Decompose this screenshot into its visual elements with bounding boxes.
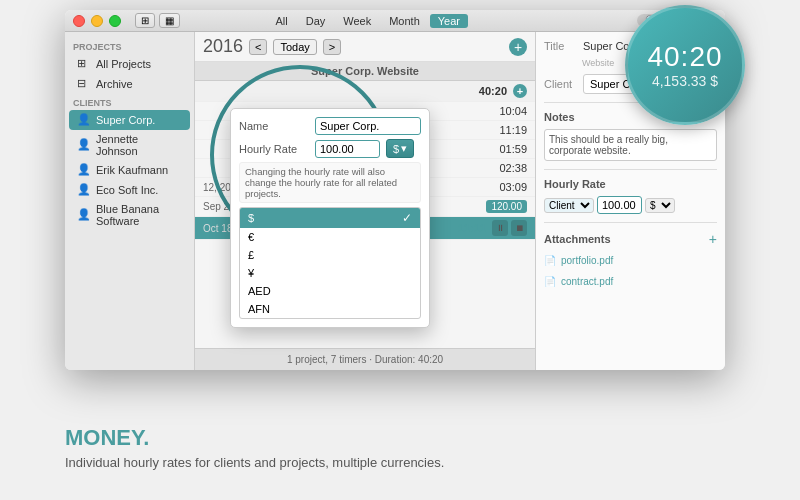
currency-item[interactable]: $ ✓ [240, 208, 420, 228]
divider [544, 222, 717, 223]
sidebar-item-all-projects[interactable]: ⊞ All Projects [69, 54, 190, 74]
user-icon: 👤 [77, 183, 91, 197]
sidebar-item-blue-banana[interactable]: 👤 Blue Banana Software [69, 200, 190, 230]
popup-info-text: Changing the hourly rate will also chang… [239, 162, 421, 203]
clock-overlay: 40:20 4,153.33 $ [625, 5, 745, 125]
currency-item[interactable]: ¥ [240, 264, 420, 282]
timer-time: 03:09 [492, 181, 527, 193]
popup-name-input[interactable] [315, 117, 421, 135]
stop-button[interactable]: ⏹ [511, 220, 527, 236]
selected-currency: $ [393, 143, 399, 155]
chevron-down-icon: ▾ [401, 142, 407, 155]
hourly-rate-row: Client $ [544, 196, 717, 214]
sidebar-item-label: Eco Soft Inc. [96, 184, 158, 196]
timer-time: 02:38 [492, 162, 527, 174]
pause-button[interactable]: ⏸ [492, 220, 508, 236]
currency-symbol: $ [248, 212, 254, 224]
money-heading: MONEY. [65, 425, 444, 451]
attachment-filename: contract.pdf [561, 276, 613, 287]
user-icon: 👤 [77, 138, 91, 152]
currency-item[interactable]: £ [240, 246, 420, 264]
timer-time: 01:59 [492, 143, 527, 155]
popup-rate-input[interactable] [315, 140, 380, 158]
sidebar: PROJECTS ⊞ All Projects ⊟ Archive CLIENT… [65, 32, 195, 370]
sidebar-item-label: All Projects [96, 58, 151, 70]
popup-currency-button[interactable]: $ ▾ [386, 139, 414, 158]
rate-value-input[interactable] [597, 196, 642, 214]
attachment-filename: portfolio.pdf [561, 255, 613, 266]
currency-item[interactable]: € [240, 228, 420, 246]
tab-month[interactable]: Month [381, 14, 428, 28]
toolbar-icons: ⊞ ▦ [135, 13, 180, 28]
amount-badge: 120.00 [486, 200, 527, 213]
sidebar-item-archive[interactable]: ⊟ Archive [69, 74, 190, 94]
close-button[interactable] [73, 15, 85, 27]
next-year-button[interactable]: > [323, 39, 341, 55]
minimize-button[interactable] [91, 15, 103, 27]
sidebar-toggle-button[interactable]: ▦ [159, 13, 180, 28]
currency-item[interactable]: AFN [240, 300, 420, 318]
timer-time: 10:04 [492, 105, 527, 117]
attachment-item[interactable]: 📄 contract.pdf [544, 274, 717, 289]
grid-icon-button[interactable]: ⊞ [135, 13, 155, 28]
currency-symbol: £ [248, 249, 254, 261]
bottom-section: MONEY. Individual hourly rates for clien… [65, 425, 444, 470]
timer-time: 11:11 [451, 222, 486, 234]
status-bar: 1 project, 7 timers · Duration: 40:20 [195, 348, 535, 370]
attachments-title: Attachments [544, 233, 611, 245]
popup-name-label: Name [239, 120, 309, 132]
project-title-bar: Super Corp. Website [195, 62, 535, 81]
year-header: 2016 < Today > + [195, 32, 535, 62]
title-field-label: Title [544, 40, 579, 52]
sidebar-item-label: Erik Kaufmann [96, 164, 168, 176]
tab-week[interactable]: Week [335, 14, 379, 28]
today-button[interactable]: Today [273, 39, 316, 55]
attachments-header: Attachments + [544, 231, 717, 247]
tab-all[interactable]: All [267, 14, 295, 28]
currency-symbol: ¥ [248, 267, 254, 279]
user-icon: 👤 [77, 113, 91, 127]
sidebar-item-jennette[interactable]: 👤 Jennette Johnson [69, 130, 190, 160]
tab-day[interactable]: Day [298, 14, 334, 28]
timer-actions: ⏸ ⏹ [492, 220, 527, 236]
sidebar-item-erik[interactable]: 👤 Erik Kaufmann [69, 160, 190, 180]
checkmark-icon: ✓ [402, 211, 412, 225]
currency-symbol: AFN [248, 303, 270, 315]
currency-symbol: € [248, 231, 254, 243]
add-entry-button[interactable]: + [513, 84, 527, 98]
user-icon: 👤 [77, 208, 91, 222]
prev-year-button[interactable]: < [249, 39, 267, 55]
add-attachment-button[interactable]: + [709, 231, 717, 247]
archive-icon: ⊟ [77, 77, 91, 91]
popup-rate-label: Hourly Rate [239, 143, 309, 155]
notes-box[interactable]: This should be a really big, corporate w… [544, 129, 717, 161]
currency-select[interactable]: $ [645, 198, 675, 213]
client-field-label: Client [544, 78, 579, 90]
currency-item[interactable]: AED [240, 282, 420, 300]
sidebar-item-label: Jennette Johnson [96, 133, 182, 157]
attachment-item[interactable]: 📄 portfolio.pdf [544, 253, 717, 268]
sidebar-item-super-corp[interactable]: 👤 Super Corp. [69, 110, 190, 130]
pdf-icon: 📄 [544, 255, 556, 266]
sidebar-item-eco-soft[interactable]: 👤 Eco Soft Inc. [69, 180, 190, 200]
projects-section-label: PROJECTS [65, 38, 194, 54]
clients-section-label: CLIENTS [65, 94, 194, 110]
clock-amount: 4,153.33 $ [652, 73, 718, 89]
title-bar: ⊞ ▦ All Day Week Month Year 🔍 Search [65, 10, 725, 32]
popup-name-row: Name [239, 117, 421, 135]
tab-year[interactable]: Year [430, 14, 468, 28]
user-icon: 👤 [77, 163, 91, 177]
timer-time: 40:20 [472, 85, 507, 97]
sidebar-item-label: Archive [96, 78, 133, 90]
rate-type-select[interactable]: Client [544, 198, 594, 213]
dropdown-popup: Name Hourly Rate $ ▾ Changing the hourly… [230, 108, 430, 328]
timer-row[interactable]: 40:20 + [195, 81, 535, 102]
add-timer-button[interactable]: + [509, 38, 527, 56]
status-text: 1 project, 7 timers · Duration: 40:20 [287, 354, 443, 365]
divider [544, 169, 717, 170]
timer-time: 11:19 [492, 124, 527, 136]
sidebar-item-label: Blue Banana Software [96, 203, 182, 227]
sidebar-item-label: Super Corp. [96, 114, 155, 126]
maximize-button[interactable] [109, 15, 121, 27]
grid-icon: ⊞ [77, 57, 91, 71]
